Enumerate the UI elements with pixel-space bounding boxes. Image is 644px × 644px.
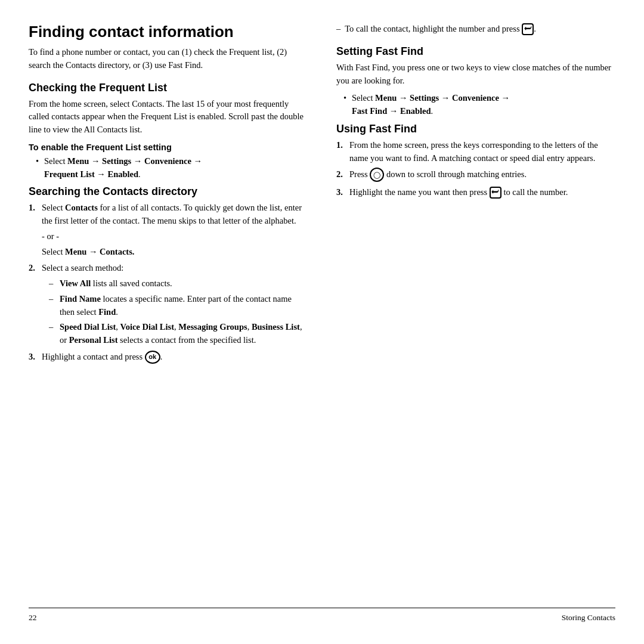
footer: 22 Storing Contacts [29,608,615,623]
fast-find-setting-body: With Fast Find, you press one or two key… [336,61,615,88]
subsection-enable-frequent: To enable the Frequent List setting [29,143,308,152]
searching-list: 1. Select Contacts for a list of all con… [29,202,308,364]
dash-find-name: Find Name locates a specific name. Enter… [49,293,308,319]
using-fast-find-list: 1. From the home screen, press the keys … [336,139,615,199]
dash-view-all: View All lists all saved contacts. [49,277,308,290]
fast-find-step-3: 3. Highlight the name you want then pres… [336,186,615,199]
call-contact-text: – To call the contact, highlight the num… [336,23,615,36]
right-column: – To call the contact, highlight the num… [332,23,615,600]
section-heading-frequent: Checking the Frequent List [29,82,308,94]
section-heading-searching: Searching the Contacts directory [29,185,308,198]
section-heading-fast-find-setting: Setting Fast Find [336,45,615,58]
or-text: - or - [42,230,308,243]
search-step-1: 1. Select Contacts for a list of all con… [29,202,308,258]
send-key-icon-2: ⮨ [490,187,501,199]
fast-find-step-1: 1. From the home screen, press the keys … [336,139,615,165]
search-step-2: 2. Select a search method: View All list… [29,262,308,347]
bullet-fast-find-enabled: Select Menu → Settings → Convenience → F… [343,92,615,118]
left-column: Finding contact information To find a ph… [29,23,312,600]
page-title: Finding contact information [29,23,308,41]
content-area: Finding contact information To find a ph… [29,23,615,600]
fast-find-step-2: 2. Press ◯ down to scroll through matchi… [336,168,615,182]
bullet-item-frequent: Select Menu → Settings → Convenience → F… [36,155,308,181]
search-method-list: View All lists all saved contacts. Find … [42,277,308,347]
page: Finding contact information To find a ph… [0,0,644,644]
send-key-icon-1: ⮨ [522,23,534,35]
or-select: Select Menu → Contacts. [42,246,308,259]
nav-button-icon: ◯ [370,168,384,182]
ok-button-icon: ok [145,351,160,364]
footer-page-number: 22 [29,613,37,623]
section-heading-using-fast-find: Using Fast Find [336,123,615,135]
frequent-list-bullet: Select Menu → Settings → Convenience → F… [29,155,308,181]
footer-section-label: Storing Contacts [562,613,615,623]
dash-speed-dial: Speed Dial List, Voice Dial List, Messag… [49,321,308,347]
fast-find-setting-bullet: Select Menu → Settings → Convenience → F… [336,92,615,118]
frequent-list-body: From the home screen, select Contacts. T… [29,98,308,137]
search-step-3: 3. Highlight a contact and press ok. [29,351,308,364]
intro-text: To find a phone number or contact, you c… [29,46,308,72]
